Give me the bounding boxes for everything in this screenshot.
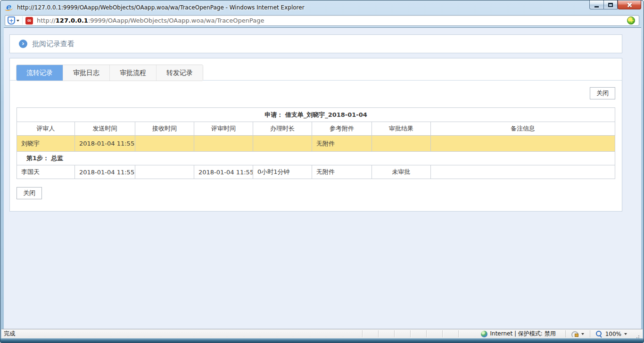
close-icon bbox=[627, 2, 633, 8]
column-header: 备注信息 bbox=[431, 122, 615, 136]
status-pane bbox=[442, 330, 458, 337]
status-pane bbox=[394, 330, 410, 337]
trace-table: 申请： 借支单_刘晓宇_2018-01-04评审人发送时间接收时间评审时间办理时… bbox=[17, 107, 615, 179]
internet-explorer-icon bbox=[5, 3, 13, 12]
close-button-top[interactable]: 关闭 bbox=[590, 87, 615, 99]
minimize-button[interactable] bbox=[589, 0, 603, 9]
step-row-label: 第1步： 总监 bbox=[17, 152, 615, 165]
table-body: 申请： 借支单_刘晓宇_2018-01-04评审人发送时间接收时间评审时间办理时… bbox=[17, 108, 615, 179]
tab-4[interactable]: 转发记录 bbox=[156, 65, 203, 81]
compatibility-shield-icon[interactable] bbox=[8, 16, 15, 24]
table-row: 刘晓宇2018-01-04 11:55无附件 bbox=[17, 136, 615, 152]
minimize-icon bbox=[594, 6, 599, 8]
status-separator bbox=[565, 330, 566, 337]
title-bar: http://127.0.0.1:9999/OAapp/WebObjects/O… bbox=[0, 0, 644, 14]
cell: 李国天 bbox=[17, 165, 75, 179]
close-button-bottom[interactable]: 关闭 bbox=[17, 187, 42, 199]
site-safety-icon[interactable] bbox=[627, 16, 635, 24]
close-window-button[interactable] bbox=[618, 0, 641, 9]
column-header: 接收时间 bbox=[135, 122, 194, 136]
cell: 刘晓宇 bbox=[17, 136, 75, 152]
page-content: 批阅记录查看 流转记录审批日志审批流程转发记录 关闭 申请： 借支单_刘晓宇_2… bbox=[4, 27, 641, 329]
address-input[interactable]: http://127.0.0.1:9999/OAapp/WebObjects/O… bbox=[5, 15, 639, 26]
cell: 2018-01-04 11:55 - bbox=[194, 165, 253, 179]
cell: 未审批 bbox=[372, 165, 431, 179]
security-report-pane bbox=[569, 331, 587, 337]
status-separator bbox=[590, 330, 590, 337]
cell bbox=[194, 136, 253, 152]
status-pane bbox=[410, 330, 426, 337]
cell bbox=[135, 136, 194, 152]
window-controls bbox=[589, 0, 641, 9]
url-path: :9999/OAapp/WebObjects/OAapp.woa/wa/Trac… bbox=[88, 17, 264, 24]
column-header: 参考附件 bbox=[312, 122, 372, 136]
window-title: http://127.0.0.1:9999/OAapp/WebObjects/O… bbox=[17, 4, 305, 11]
cell bbox=[372, 136, 431, 152]
tab-content: 关闭 申请： 借支单_刘晓宇_2018-01-04评审人发送时间接收时间评审时间… bbox=[10, 81, 622, 199]
address-bar: http://127.0.0.1:9999/OAapp/WebObjects/O… bbox=[0, 14, 644, 27]
column-header: 发送时间 bbox=[75, 122, 135, 136]
cell: 2018-01-04 11:55 bbox=[75, 136, 135, 152]
url-prefix: http:// bbox=[37, 17, 56, 24]
cell: 无附件 bbox=[312, 136, 372, 152]
close-bottom-row: 关闭 bbox=[17, 187, 615, 199]
chevron-right-icon bbox=[19, 40, 27, 48]
tab-1[interactable]: 流转记录 bbox=[17, 65, 63, 81]
zoom-pane: 100% bbox=[593, 331, 630, 337]
address-divider bbox=[22, 16, 23, 24]
cell bbox=[431, 165, 615, 179]
status-pane bbox=[426, 330, 442, 337]
cell bbox=[431, 136, 615, 152]
globe-icon bbox=[481, 331, 487, 337]
tab-2[interactable]: 审批日志 bbox=[63, 65, 109, 81]
zone-text: Internet | 保护模式: 禁用 bbox=[490, 330, 556, 338]
status-ready-text: 完成 bbox=[4, 330, 15, 338]
table-row: 李国天2018-01-04 11:552018-01-04 11:55 -0小时… bbox=[17, 165, 615, 179]
zoom-level-text: 100% bbox=[605, 331, 621, 337]
maximize-button[interactable] bbox=[603, 0, 618, 9]
tab-strip-row: 流转记录审批日志审批流程转发记录 bbox=[10, 58, 622, 80]
url-text: http://127.0.0.1:9999/OAapp/WebObjects/O… bbox=[37, 17, 627, 24]
column-header: 评审人 bbox=[17, 122, 75, 136]
cell: 2018-01-04 11:55 bbox=[75, 165, 135, 179]
security-zone-pane: Internet | 保护模式: 禁用 bbox=[474, 330, 562, 338]
browser-window: http://127.0.0.1:9999/OAapp/WebObjects/O… bbox=[0, 0, 644, 343]
tab-3[interactable]: 审批流程 bbox=[109, 65, 156, 81]
page-header: 批阅记录查看 bbox=[9, 34, 622, 53]
zoom-dropdown-icon[interactable] bbox=[624, 333, 627, 335]
window-bottom-frame bbox=[0, 338, 644, 343]
column-header: 办理时长 bbox=[253, 122, 312, 136]
tab-strip: 流转记录审批日志审批流程转发记录 bbox=[16, 65, 203, 81]
table-caption: 申请： 借支单_刘晓宇_2018-01-04 bbox=[17, 108, 615, 122]
status-pane bbox=[378, 330, 394, 337]
cell: 0小时1分钟 bbox=[253, 165, 312, 179]
status-pane bbox=[458, 330, 474, 337]
cell bbox=[253, 136, 312, 152]
security-dropdown-icon[interactable] bbox=[581, 333, 584, 335]
security-report-icon[interactable] bbox=[571, 331, 578, 337]
status-bar: 完成 Internet | 保护模式: 禁用 100% bbox=[1, 329, 643, 338]
record-panel: 流转记录审批日志审批流程转发记录 关闭 申请： 借支单_刘晓宇_2018-01-… bbox=[9, 58, 622, 212]
site-favicon bbox=[25, 17, 33, 24]
cell: 无附件 bbox=[312, 165, 372, 179]
close-top-row: 关闭 bbox=[17, 87, 615, 99]
column-header: 审批结果 bbox=[372, 122, 431, 136]
url-host: 127.0.0.1 bbox=[56, 17, 88, 24]
column-header: 评审时间 bbox=[194, 122, 253, 136]
cell bbox=[135, 165, 194, 179]
status-pane bbox=[362, 330, 378, 337]
zoom-magnifier-icon[interactable] bbox=[596, 331, 603, 337]
address-dropdown-icon[interactable] bbox=[17, 20, 19, 22]
maximize-icon bbox=[608, 3, 613, 7]
resize-grip[interactable] bbox=[634, 331, 640, 337]
page-title: 批阅记录查看 bbox=[32, 40, 74, 49]
